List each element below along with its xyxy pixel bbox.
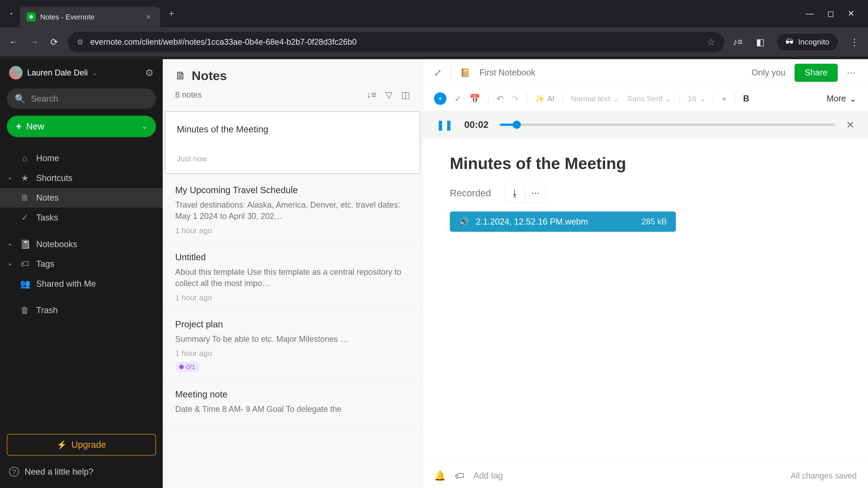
- address-bar[interactable]: ⚙ evernote.com/client/web#/notes/1cca33a…: [68, 32, 724, 52]
- tab-dropdown[interactable]: ▾: [4, 7, 18, 20]
- site-info-icon[interactable]: ⚙: [77, 38, 84, 46]
- download-icon[interactable]: ⭳: [505, 184, 525, 202]
- sidebar-item-home[interactable]: ⌂Home: [0, 149, 163, 168]
- more-menu-icon[interactable]: ⋯: [847, 68, 857, 78]
- nav-icon: 👥: [20, 279, 30, 289]
- editor-body[interactable]: Minutes of the Meeting Recorded ⭳ ⋯ 🔊 2.…: [423, 138, 868, 463]
- undo-icon[interactable]: ↶: [496, 94, 504, 104]
- chevron-down-icon[interactable]: ⌄: [92, 69, 97, 76]
- note-card[interactable]: My Upcoming Travel ScheduleTravel destin…: [163, 176, 423, 243]
- audio-file-chip[interactable]: 🔊 2.1.2024, 12.52.16 PM.webm 285 kB: [450, 212, 676, 232]
- chevron-down-icon[interactable]: ⌄: [142, 123, 147, 130]
- editor-column: ⤢ 📔 First Notebook Only you Share ⋯ + ✓ …: [423, 59, 868, 488]
- insert-button[interactable]: +: [434, 92, 446, 105]
- nav-icon: 🗑: [20, 305, 30, 315]
- audio-seekbar[interactable]: [500, 124, 835, 126]
- note-title[interactable]: Minutes of the Meeting: [450, 154, 841, 173]
- bold-icon[interactable]: B: [743, 94, 749, 103]
- sidebar-item-notebooks[interactable]: ▸📓Notebooks: [0, 234, 163, 254]
- search-icon: 🔍: [15, 94, 25, 104]
- back-button[interactable]: ←: [7, 35, 20, 49]
- username[interactable]: Lauren Dale Deli: [27, 68, 88, 77]
- notebook-icon: 📔: [460, 68, 470, 77]
- task-icon[interactable]: ✓: [454, 94, 462, 104]
- close-audio-icon[interactable]: ✕: [846, 119, 855, 131]
- bookmark-icon[interactable]: ☆: [707, 37, 715, 47]
- nav-icon: 🗎: [20, 193, 30, 203]
- tag-add-icon[interactable]: 🏷: [455, 470, 464, 481]
- new-tab-button[interactable]: +: [168, 8, 175, 19]
- sidepanel-icon[interactable]: ◧: [754, 35, 767, 49]
- size-select[interactable]: 16⌄: [688, 94, 706, 103]
- nav-icon: ✓: [20, 213, 30, 223]
- upgrade-label: Upgrade: [71, 440, 106, 450]
- sidebar-item-notes[interactable]: 🗎Notes: [0, 188, 163, 207]
- expand-icon[interactable]: ▸: [9, 175, 13, 181]
- search-placeholder: Search: [31, 94, 58, 104]
- help-button[interactable]: ? Need a little help?: [7, 462, 156, 481]
- note-card[interactable]: Meeting noteDate & Time 8 AM- 9 AM Goal …: [163, 380, 423, 427]
- redo-icon[interactable]: ↷: [512, 94, 519, 104]
- filter-icon[interactable]: ▽: [385, 90, 393, 100]
- note-count: 8 notes: [175, 90, 202, 100]
- browser-tab[interactable]: ✱ Notes - Evernote ×: [20, 7, 160, 27]
- minimize-icon[interactable]: —: [806, 9, 814, 18]
- nav-label: Trash: [36, 305, 58, 315]
- expand-icon[interactable]: ⤢: [434, 68, 442, 78]
- task-badge: 0/1: [175, 362, 199, 372]
- add-tag-input[interactable]: Add tag: [473, 471, 503, 481]
- maximize-icon[interactable]: ◻: [827, 9, 834, 18]
- toolbar-more[interactable]: More ⌄: [827, 94, 857, 104]
- note-card-snippet: About this template Use this template as…: [175, 266, 410, 289]
- close-tab-icon[interactable]: ×: [146, 12, 151, 22]
- font-select[interactable]: Sans Serif⌄: [627, 94, 672, 103]
- reminder-icon[interactable]: 🔔: [434, 470, 446, 481]
- expand-icon[interactable]: ▸: [9, 241, 13, 248]
- note-card[interactable]: Minutes of the MeetingJust now: [165, 111, 420, 174]
- sidebar-item-tasks[interactable]: ✓Tasks: [0, 207, 163, 228]
- sort-icon[interactable]: ↓≡: [367, 90, 376, 100]
- note-card-title: Untitled: [175, 252, 410, 262]
- sidebar-item-shortcuts[interactable]: ▸★Shortcuts: [0, 168, 163, 188]
- file-size: 285 kB: [642, 217, 667, 226]
- more-icon[interactable]: ⋯: [525, 184, 546, 202]
- note-card[interactable]: UntitledAbout this template Use this tem…: [163, 243, 423, 310]
- note-card-time: 1 hour ago: [175, 293, 410, 302]
- ai-button[interactable]: ✨ AI: [535, 94, 555, 103]
- note-card[interactable]: Project planSummary To be able to etc. M…: [163, 310, 423, 380]
- tab-title: Notes - Evernote: [40, 13, 94, 21]
- sidebar-item-shared-with-me[interactable]: 👥Shared with Me: [0, 274, 163, 294]
- close-window-icon[interactable]: ✕: [848, 9, 855, 18]
- new-button[interactable]: + New ⌄: [7, 116, 156, 137]
- search-input[interactable]: 🔍 Search: [7, 89, 156, 109]
- reload-button[interactable]: ⟳: [48, 35, 61, 49]
- chevron-down-icon: ⌄: [699, 94, 706, 103]
- incognito-badge[interactable]: 🕶 Incognito: [776, 33, 839, 51]
- share-button[interactable]: Share: [795, 64, 838, 82]
- color-icon[interactable]: ●: [722, 94, 727, 103]
- style-select[interactable]: Normal text⌄: [571, 94, 619, 103]
- note-card-title: Project plan: [175, 319, 410, 329]
- expand-icon[interactable]: ▸: [9, 261, 13, 267]
- notebook-name[interactable]: First Notebook: [479, 68, 535, 77]
- divider: [527, 93, 527, 104]
- note-card-snippet: Date & Time 8 AM- 9 AM Goal To delegate …: [175, 403, 410, 415]
- url-text: evernote.com/client/web#/notes/1cca33ae-…: [90, 37, 700, 47]
- upgrade-button[interactable]: ⚡ Upgrade: [7, 434, 156, 455]
- divider: [713, 93, 714, 104]
- browser-menu-icon[interactable]: ⋮: [848, 35, 861, 49]
- share-status[interactable]: Only you: [752, 68, 785, 77]
- nav-label: Shortcuts: [36, 173, 72, 183]
- audio-thumb[interactable]: [513, 121, 521, 129]
- sidebar-item-tags[interactable]: ▸🏷Tags: [0, 254, 163, 274]
- view-icon[interactable]: ◫: [401, 90, 410, 100]
- media-icon[interactable]: ♪≡: [731, 35, 745, 49]
- sidebar-item-trash[interactable]: 🗑Trash: [0, 300, 163, 320]
- avatar[interactable]: [9, 66, 23, 79]
- pause-icon[interactable]: ❚❚: [436, 119, 453, 131]
- note-card-title: My Upcoming Travel Schedule: [175, 185, 410, 195]
- forward-button[interactable]: →: [27, 35, 41, 49]
- gear-icon[interactable]: ⚙: [145, 67, 154, 78]
- lightning-icon: ⚡: [57, 440, 67, 450]
- calendar-icon[interactable]: 📅: [469, 94, 480, 104]
